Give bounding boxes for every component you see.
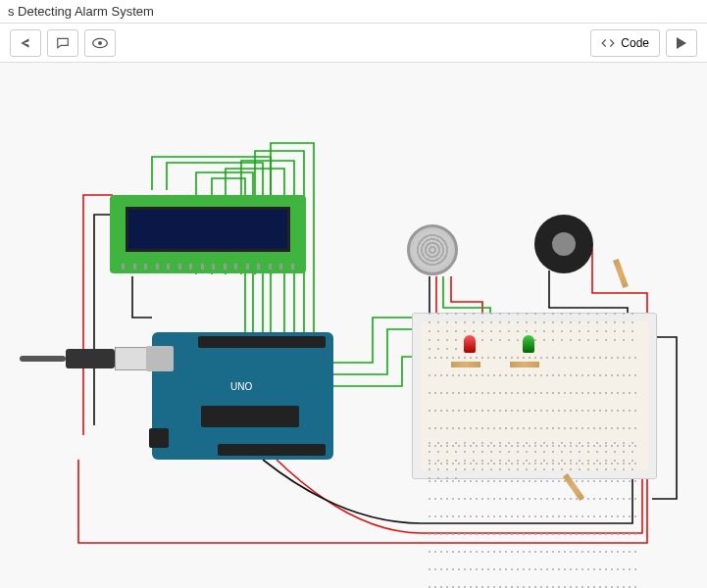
arduino-label: UNO [230,381,252,392]
arduino-chip [201,406,299,427]
led-green[interactable] [523,335,534,353]
usb-wire [20,356,66,362]
gas-sensor[interactable] [407,224,458,275]
lcd-pins [122,264,294,271]
led-red[interactable] [464,335,476,353]
usb-cable[interactable] [20,347,152,370]
toolbar: Code [0,24,707,63]
arduino-digital-headers [198,336,326,348]
piezo-buzzer[interactable] [534,215,593,273]
breadboard-rail-top [427,323,642,339]
usb-body [66,349,115,368]
svg-point-1 [98,41,102,45]
start-simulation-button[interactable] [666,29,697,57]
arduino-analog-headers [218,444,326,456]
code-label: Code [621,36,649,50]
lcd-screen [126,207,290,252]
comments-button[interactable] [47,29,78,57]
lcd-display[interactable] [110,195,306,273]
title-bar: s Detecting Alarm System [0,0,707,24]
share-button[interactable] [10,29,41,57]
resistor-2[interactable] [510,362,539,368]
code-icon [601,37,615,49]
resistor-1[interactable] [451,362,480,368]
code-button[interactable]: Code [590,29,660,57]
visibility-button[interactable] [84,29,116,57]
arduino-power-jack [149,428,169,448]
breadboard-rail-bot [427,453,642,468]
breadboard[interactable] [412,313,657,479]
arduino-uno[interactable]: UNO [152,332,333,460]
circuit-canvas[interactable]: UNO [0,63,707,588]
project-title: s Detecting Alarm System [8,4,154,19]
arduino-usb-port [146,346,174,371]
